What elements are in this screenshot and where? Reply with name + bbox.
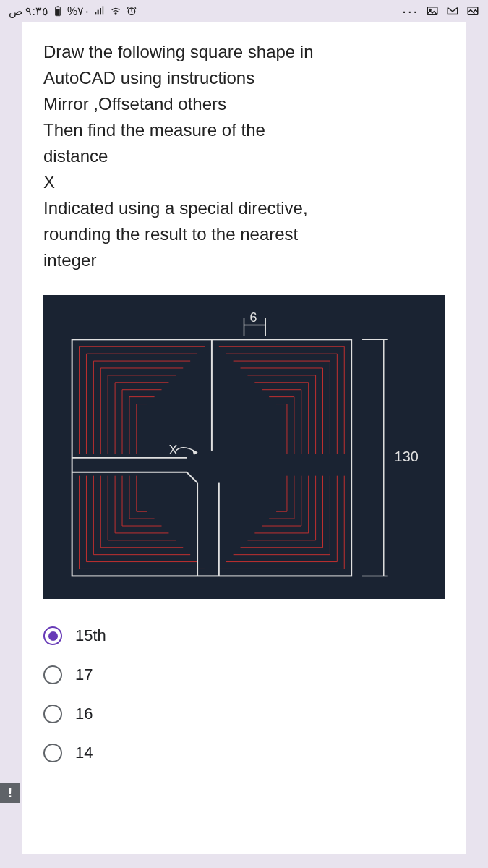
q-line9: integer [43, 247, 445, 273]
autocad-diagram: 6 130 [43, 295, 445, 599]
dim-top: 6 [249, 310, 257, 325]
picture-icon [466, 4, 479, 17]
radio-icon [43, 626, 62, 645]
battery-icon [51, 4, 64, 17]
svg-rect-3 [95, 12, 96, 14]
svg-rect-4 [98, 10, 99, 15]
q-line4: Then find the measure of the [43, 117, 445, 143]
svg-rect-5 [100, 8, 101, 14]
more-dots: ··· [402, 3, 419, 20]
answer-options: 15th 17 16 14 [43, 616, 445, 773]
status-left: ٩:٣٥ ص %٧٠ [9, 4, 138, 18]
exclamation-icon: ! [8, 786, 12, 801]
option-label: 15th [75, 626, 106, 645]
label-x: X [168, 443, 177, 457]
status-time: ٩:٣٥ ص [9, 4, 48, 18]
q-line6: X [43, 169, 445, 195]
feedback-button[interactable]: ! [0, 783, 20, 803]
option-1[interactable]: 15th [43, 616, 445, 655]
q-line7: Indicated using a special directive, [43, 195, 445, 221]
option-label: 16 [75, 705, 93, 723]
option-4[interactable]: 14 [43, 733, 445, 773]
svg-rect-1 [57, 6, 59, 7]
status-right: ··· [402, 3, 479, 20]
svg-point-7 [115, 13, 116, 14]
q-line3: Mirror ,Offsetand others [43, 91, 445, 117]
svg-rect-6 [102, 6, 103, 14]
question-content: Draw the following square shape in AutoC… [22, 22, 466, 854]
option-3[interactable]: 16 [43, 694, 445, 733]
gmail-icon [446, 4, 459, 17]
option-label: 14 [75, 744, 93, 762]
q-line1: Draw the following square shape in [43, 39, 445, 65]
signal-icon [93, 4, 106, 17]
option-2[interactable]: 17 [43, 655, 445, 694]
battery-percent: %٧٠ [67, 4, 90, 18]
status-bar: ٩:٣٥ ص %٧٠ ··· [0, 0, 488, 22]
wifi-icon [109, 4, 122, 17]
svg-line-22 [187, 472, 197, 483]
radio-icon [43, 705, 62, 723]
radio-icon [43, 744, 62, 762]
question-text: Draw the following square shape in AutoC… [43, 39, 445, 273]
q-line2: AutoCAD using instructions [43, 65, 445, 91]
svg-rect-2 [56, 9, 59, 15]
option-label: 17 [75, 665, 93, 684]
image-icon [426, 4, 439, 17]
alarm-icon [125, 4, 138, 17]
q-line5: distance [43, 143, 445, 169]
radio-icon [43, 665, 62, 684]
q-line8: rounding the result to the nearest [43, 221, 445, 247]
dim-right: 130 [395, 448, 419, 464]
